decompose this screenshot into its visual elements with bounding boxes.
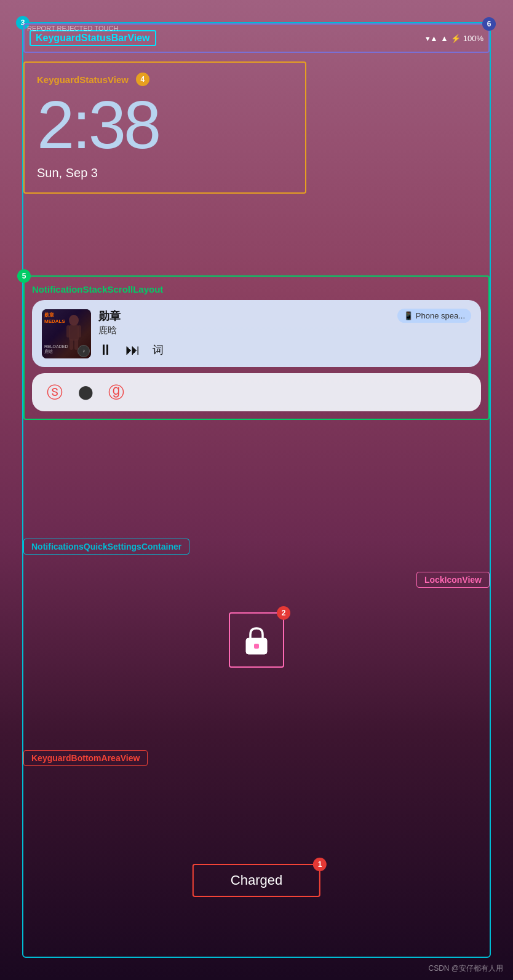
lock-icon bbox=[240, 623, 273, 657]
svg-rect-1 bbox=[69, 325, 79, 341]
date-display: Sun, Sep 3 bbox=[37, 166, 293, 180]
battery-icon: ⚡ bbox=[451, 34, 461, 43]
status-icons: ▾▲ ▲ ⚡ 100% bbox=[426, 34, 483, 43]
charged-text: Charged bbox=[231, 872, 282, 888]
keyguard-status-label: KeyguardStatusView 4 bbox=[37, 73, 293, 86]
csdn-footer: CSDN @安仔都有人用 bbox=[428, 963, 503, 974]
status-bar-title: KeyguardStatusBarView bbox=[30, 30, 156, 46]
pause-button[interactable]: ⏸ bbox=[98, 341, 113, 358]
music-controls[interactable]: ⏸ ⏭ 词 bbox=[98, 341, 471, 358]
lock-icon-view-label: LockIconView bbox=[416, 572, 490, 588]
battery-percent: 100% bbox=[463, 34, 483, 43]
music-info: 勋章 鹿晗 📱 Phone spea... ⏸ ⏭ 词 bbox=[98, 309, 471, 358]
svg-rect-4 bbox=[70, 339, 73, 350]
music-notification-card[interactable]: 勋章MEDALS RELOADED鹿晗 ♪ 勋章 鹿晗 bbox=[32, 300, 481, 367]
svg-rect-7 bbox=[254, 644, 259, 649]
lock-box[interactable]: 2 bbox=[229, 612, 284, 668]
charged-container: 1 Charged bbox=[193, 864, 320, 897]
notification-stack-scroll-layout: 5 NotificationStackScrollLayout 勋章MEDALS… bbox=[23, 275, 490, 420]
clock-display: 2:38 bbox=[37, 91, 293, 159]
speaker-badge: 📱 Phone spea... bbox=[397, 309, 471, 323]
app-icon-2[interactable]: ⬤ bbox=[75, 382, 96, 403]
music-artist: 鹿晗 bbox=[98, 325, 121, 336]
badge-5: 5 bbox=[17, 269, 31, 283]
charged-box: 1 Charged bbox=[193, 864, 320, 897]
album-art: 勋章MEDALS RELOADED鹿晗 ♪ bbox=[42, 309, 91, 358]
keyguard-bottom-area-view-label: KeyguardBottomAreaView bbox=[23, 750, 148, 766]
report-rejected-label: REPORT REJECTED TOUCH bbox=[27, 25, 118, 32]
badge-6: 6 bbox=[482, 17, 496, 31]
album-badge: ♪ bbox=[78, 345, 90, 357]
app-icon-1[interactable]: ⓢ bbox=[44, 382, 65, 403]
badge-4: 4 bbox=[136, 73, 149, 86]
notification-stack-label: NotificationStackScrollLayout bbox=[32, 284, 163, 294]
lock-container[interactable]: 2 bbox=[229, 612, 284, 668]
svg-point-0 bbox=[69, 315, 79, 326]
svg-rect-3 bbox=[78, 325, 81, 338]
svg-rect-2 bbox=[66, 325, 70, 338]
keyguard-status-view: KeyguardStatusView 4 2:38 Sun, Sep 3 bbox=[23, 61, 306, 194]
app-icon-3[interactable]: ⓖ bbox=[106, 382, 127, 403]
lyrics-button[interactable]: 词 bbox=[153, 342, 164, 357]
badge-2: 2 bbox=[277, 606, 290, 620]
notifications-quick-settings-container-label: NotificationsQuickSettingsContainer bbox=[23, 539, 189, 555]
next-button[interactable]: ⏭ bbox=[125, 341, 140, 358]
music-title: 勋章 bbox=[98, 309, 121, 323]
phone-icon: 📱 bbox=[404, 311, 413, 320]
signal-icon: ▲ bbox=[440, 34, 448, 43]
app-icons-row: ⓢ ⬤ ⓖ bbox=[32, 373, 481, 411]
wifi-icon: ▾▲ bbox=[426, 34, 438, 43]
